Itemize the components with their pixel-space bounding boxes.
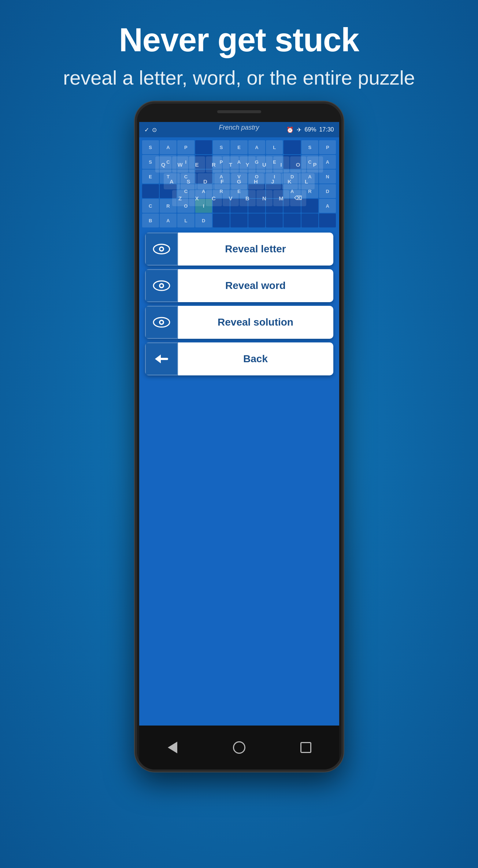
- key-c[interactable]: C: [206, 190, 222, 206]
- key-o[interactable]: O: [290, 156, 306, 173]
- reveal-solution-label: Reveal solution: [178, 306, 333, 339]
- main-title: Never get stuck: [63, 22, 415, 58]
- key-a[interactable]: A: [164, 173, 180, 189]
- back-button[interactable]: Back: [145, 342, 333, 375]
- key-z[interactable]: Z: [172, 190, 188, 206]
- clue-text: French pastry: [139, 124, 339, 131]
- recent-nav-icon: [300, 742, 311, 753]
- subtitle: reveal a letter, word, or the entire puz…: [63, 65, 415, 90]
- key-u[interactable]: U: [256, 156, 273, 173]
- key-b[interactable]: B: [240, 190, 256, 206]
- reveal-word-label: Reveal word: [178, 269, 333, 302]
- reveal-word-icon: [145, 269, 178, 302]
- key-f[interactable]: F: [214, 173, 230, 189]
- menu-overlay: Reveal letter Reveal word: [139, 229, 339, 379]
- eye-icon-reveal-word: [153, 280, 170, 292]
- key-j[interactable]: J: [265, 173, 281, 189]
- cell: [284, 214, 300, 227]
- cell: P: [177, 140, 194, 154]
- cell: [213, 214, 230, 227]
- phone-notch: [217, 110, 261, 113]
- key-i[interactable]: I: [273, 156, 289, 173]
- key-g[interactable]: G: [231, 173, 247, 189]
- key-q[interactable]: Q: [155, 156, 171, 173]
- cell: [319, 214, 336, 227]
- cell: S: [142, 140, 159, 154]
- key-y[interactable]: Y: [240, 156, 256, 173]
- cell: [301, 214, 318, 227]
- key-t[interactable]: T: [223, 156, 239, 173]
- cell: [195, 140, 212, 154]
- cell: L: [177, 214, 194, 227]
- key-r[interactable]: R: [206, 156, 222, 173]
- key-l[interactable]: L: [299, 173, 315, 189]
- key-k[interactable]: K: [282, 173, 298, 189]
- cell: [248, 214, 265, 227]
- key-p[interactable]: P: [307, 156, 323, 173]
- reveal-solution-icon: [145, 306, 178, 339]
- cell: [284, 140, 300, 154]
- key-d[interactable]: D: [197, 173, 214, 189]
- back-nav-icon: [168, 742, 177, 753]
- cell: S: [301, 140, 318, 154]
- header-section: Never get stuck reveal a letter, word, o…: [63, 0, 415, 90]
- phone-body: ✓ ⊙ ⏰ ✈ 69% 17:30 S A P S: [135, 101, 344, 772]
- home-nav-icon: [233, 741, 245, 754]
- key-h[interactable]: H: [248, 173, 264, 189]
- key-w[interactable]: W: [172, 156, 188, 173]
- cell: B: [142, 214, 159, 227]
- svg-point-5: [160, 285, 163, 287]
- nav-back-button[interactable]: [163, 738, 182, 757]
- cell: D: [195, 214, 212, 227]
- nav-bar: [139, 726, 339, 769]
- keyboard-area: Q W E R T Y U I O P A S D: [139, 155, 339, 208]
- svg-rect-10: [159, 358, 168, 360]
- key-n[interactable]: N: [256, 190, 273, 206]
- phone-screen: ✓ ⊙ ⏰ ✈ 69% 17:30 S A P S: [139, 122, 339, 726]
- key-m[interactable]: M: [273, 190, 289, 206]
- nav-recent-button[interactable]: [297, 738, 315, 757]
- keyboard-row-1: Q W E R T Y U I O P: [141, 156, 338, 173]
- back-label: Back: [178, 342, 333, 375]
- svg-point-8: [160, 321, 163, 324]
- cell: E: [230, 140, 247, 154]
- cell: S: [213, 140, 230, 154]
- cell: A: [160, 214, 177, 227]
- key-s[interactable]: S: [181, 173, 197, 189]
- key-e[interactable]: E: [189, 156, 205, 173]
- crossword-area: S A P S E A L S P S C I P: [139, 137, 339, 230]
- reveal-letter-label: Reveal letter: [178, 233, 333, 266]
- key-x[interactable]: X: [189, 190, 205, 206]
- svg-point-2: [160, 248, 163, 251]
- key-v[interactable]: V: [223, 190, 239, 206]
- back-icon-container: [145, 342, 178, 375]
- keyboard-row-2: A S D F G H J K L: [141, 173, 338, 189]
- reveal-solution-button[interactable]: Reveal solution: [145, 306, 333, 339]
- reveal-word-button[interactable]: Reveal word: [145, 269, 333, 302]
- keyboard-row-3: Z X C V B N M ⌫: [141, 190, 338, 206]
- arrow-left-icon: [154, 353, 169, 364]
- cell: P: [319, 140, 336, 154]
- reveal-letter-button[interactable]: Reveal letter: [145, 233, 333, 266]
- cell: A: [160, 140, 177, 154]
- nav-home-button[interactable]: [230, 738, 248, 757]
- cell: L: [266, 140, 283, 154]
- phone-device: ✓ ⊙ ⏰ ✈ 69% 17:30 S A P S: [135, 101, 344, 772]
- reveal-letter-icon: [145, 233, 178, 266]
- eye-icon-reveal-solution: [153, 316, 170, 328]
- eye-icon-reveal-letter: [153, 243, 170, 255]
- cell: [230, 214, 247, 227]
- key-backspace[interactable]: ⌫: [290, 190, 306, 206]
- cell: [266, 214, 283, 227]
- cell: A: [248, 140, 265, 154]
